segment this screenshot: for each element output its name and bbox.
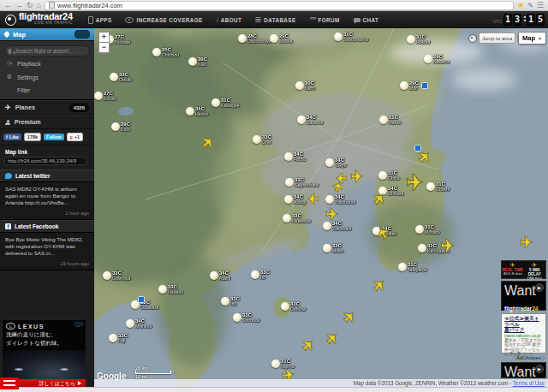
fr24-app-ad[interactable]: ▶ Want flightradar24 on your phone, tabl… (501, 281, 546, 311)
ad-corner-badge[interactable] (0, 377, 19, 389)
terms-of-use-link[interactable]: Terms of Use (513, 380, 545, 386)
menu-item-database[interactable]: DATABASE (255, 17, 295, 23)
fr24-noads-ad[interactable]: ▶ Want flightradar24 without ads? (501, 362, 546, 378)
rakuten-travel-ad[interactable]: ≪公式≫楽天トラベル夏パック travel.rakuten.co.jp 夏休み！… (501, 313, 546, 353)
browser-toolbar: ← → ↻ ⌂ www.flightradar24.com ★ ✎ ☰ (0, 0, 548, 11)
sun-icon (109, 334, 117, 342)
weather-label: 31CShimotsuma (343, 33, 368, 42)
clock-digit: 5 (536, 14, 545, 26)
sun-icon (221, 297, 229, 306)
sun-icon (94, 92, 103, 100)
lexus-ad-copy-1: 洗練の走りに潜む、 (3, 330, 86, 339)
aircraft-icon[interactable] (372, 192, 386, 209)
lexus-ad-copy-2: ダイレクトな切れ味。 (3, 339, 86, 347)
refresh-icon[interactable]: ↻ (27, 1, 33, 9)
aircraft-icon[interactable] (325, 207, 339, 224)
back-icon[interactable]: ← (4, 1, 12, 9)
weather-label: 29CKasama (433, 55, 450, 64)
aircraft-icon[interactable] (440, 238, 456, 257)
weather-label: 30CKazo (305, 81, 315, 91)
aircraft-icon[interactable] (376, 226, 390, 243)
sidebar-map-header[interactable]: Map (0, 28, 94, 41)
googleplus-button[interactable]: g+1 (67, 133, 84, 141)
window-bottom-edge (0, 387, 548, 392)
facebook-post-text[interactable]: Bye Bye Mette Viking The MD82, with regi… (0, 233, 94, 260)
weather-label: 33CSagamihara (295, 178, 319, 187)
menu-item-chat[interactable]: CHAT (354, 17, 379, 23)
aircraft-icon[interactable] (418, 150, 432, 167)
premium-label: Premium (15, 118, 89, 126)
zoom-out-button[interactable]: − (98, 42, 110, 53)
aircraft-icon[interactable] (350, 169, 364, 187)
airport-marker[interactable] (421, 82, 428, 89)
map-panel-toggle[interactable] (74, 30, 90, 39)
weather-label: 33CGotemba (112, 271, 130, 281)
locate-icon[interactable] (468, 34, 477, 43)
aircraft-icon[interactable] (325, 331, 339, 348)
sun-icon (295, 81, 304, 90)
map-attribution: Map data ©2013 Google, ZENRIN, Weather ©… (94, 379, 548, 387)
map-canvas[interactable]: + − 27CNumata25CChichibu30CKuki28CUtsuno… (94, 28, 548, 392)
sidebar-item-playback[interactable]: ◷Playback (4, 56, 90, 70)
weather-label: 28CUtsunomiya (247, 34, 271, 44)
browser-menu-icon[interactable]: ☰ (537, 1, 544, 9)
pencil-icon[interactable]: ✎ (527, 2, 533, 9)
home-icon[interactable]: ⌂ (37, 1, 41, 9)
aircraft-icon[interactable] (307, 193, 319, 208)
weather-label: 31CKawagoe (221, 98, 240, 108)
aircraft-icon[interactable] (406, 173, 425, 195)
menu-item-apps[interactable]: APPS (88, 16, 112, 24)
flightradar24-logo[interactable]: flightradar24 LIVE AIR TRAFFIC (5, 13, 73, 27)
aircraft-icon[interactable] (201, 135, 215, 152)
rakuten-ad-title[interactable]: ≪公式≫楽天トラベル夏パック (504, 316, 543, 333)
weather-label: 34CMishima (135, 319, 152, 329)
adchoices-mini-icon[interactable]: ⓘ▷ (74, 321, 85, 329)
sidebar-item-planes[interactable]: ✈ Planes 4326 (0, 100, 94, 115)
search-input[interactable] (14, 47, 86, 55)
bookmark-star-icon[interactable]: ★ (517, 1, 524, 9)
aircraft-icon[interactable] (372, 278, 386, 295)
weather-label: 34CHanno (195, 107, 208, 116)
sidebar-item-filter[interactable]: Filter (4, 84, 90, 97)
tweet-text[interactable]: SAS MD82 OY-KHM is airborn again en rout… (0, 182, 94, 210)
rakuten-ad-link[interactable]: travel.rakuten.co.jp (504, 333, 543, 338)
address-bar[interactable]: www.flightradar24.com (45, 1, 514, 10)
sun-icon (325, 195, 334, 204)
search-box[interactable] (4, 45, 90, 56)
aircraft-icon[interactable] (301, 338, 315, 355)
sidebar-item-settings[interactable]: ⚙Settings (4, 70, 90, 84)
airport-marker[interactable] (138, 296, 145, 303)
adchoices-link[interactable]: AdChoices ▷ (501, 354, 546, 361)
weather-label: 33COshima (290, 302, 306, 312)
chevron-down-icon: ▼ (538, 36, 542, 41)
aircraft-icon[interactable] (342, 310, 356, 327)
forward-icon[interactable]: → (15, 1, 23, 9)
weather-label: 33CHiratsuka (292, 214, 311, 223)
twitter-follow-button[interactable]: Follow (44, 134, 63, 140)
clock-digit: 1 (527, 14, 535, 26)
clock-digit: 3 (513, 14, 521, 26)
realtime-data-ad[interactable]: ✈ REAL TIME ADS-B data ✈ 5 MIN DELAY FAA… (501, 260, 546, 279)
scale-bar: 20 km 10 mi (135, 365, 171, 379)
sun-icon (253, 135, 261, 144)
sun-icon (398, 263, 407, 271)
menu-item-about[interactable]: iABOUT (217, 16, 242, 24)
twitter-feed-header[interactable]: Latest twitter (0, 169, 94, 182)
jump-to-area-select[interactable]: Jump to area (479, 33, 515, 44)
facebook-like-button[interactable]: fLike (3, 134, 21, 140)
aircraft-icon[interactable] (332, 180, 344, 195)
sun-icon (284, 195, 293, 204)
clock-digit: : (522, 14, 526, 24)
facebook-feed-header[interactable]: f Latest Facebook (0, 220, 94, 233)
aircraft-icon[interactable] (520, 235, 533, 252)
chat-icon (354, 18, 360, 22)
sun-icon (283, 214, 291, 223)
map-type-button[interactable]: Map ▼ (518, 32, 546, 45)
gear-icon: ⚙ (6, 74, 13, 80)
sidebar-item-premium[interactable]: Premium (0, 115, 94, 129)
menu-item-forum[interactable]: ””FORUM (310, 15, 340, 24)
menu-item-increase-coverage[interactable]: INCREASE COVERAGE (125, 17, 202, 23)
sun-icon (126, 319, 134, 328)
maplink-input[interactable] (4, 157, 86, 165)
weather-label: 27CNumata (115, 35, 130, 45)
